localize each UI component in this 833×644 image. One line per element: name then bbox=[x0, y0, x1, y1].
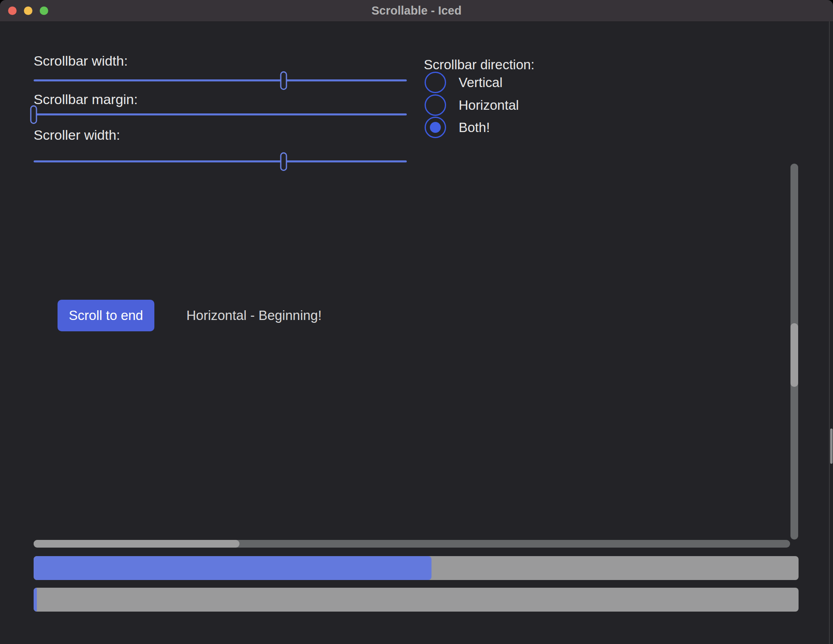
radio-circle-icon[interactable] bbox=[425, 72, 446, 93]
radio-circle-icon[interactable] bbox=[425, 117, 446, 138]
vertical-scrollbar[interactable] bbox=[790, 164, 798, 540]
scroll-to-end-button[interactable]: Scroll to end bbox=[58, 300, 154, 331]
window-edge-line bbox=[829, 21, 830, 644]
progress-fill bbox=[34, 556, 431, 580]
radio-option-both[interactable]: Both! bbox=[425, 117, 490, 138]
slider-handle[interactable] bbox=[30, 105, 37, 124]
slider-rail[interactable] bbox=[34, 113, 407, 115]
radio-selected-dot-icon bbox=[430, 122, 441, 133]
horizontal-scroller[interactable] bbox=[34, 540, 239, 548]
radio-option-label: Vertical bbox=[459, 75, 502, 90]
scrollbar-margin-slider[interactable] bbox=[34, 105, 407, 124]
horizontal-progress-bar bbox=[34, 556, 799, 580]
vertical-progress-bar bbox=[34, 588, 799, 612]
scrollbar-width-slider[interactable] bbox=[34, 71, 407, 90]
horizontal-scrollbar[interactable] bbox=[34, 540, 790, 548]
slider-rail[interactable] bbox=[34, 160, 407, 162]
app-window: Scrollable - Iced Scrollbar width: Scrol… bbox=[0, 0, 833, 644]
radio-circle-icon[interactable] bbox=[425, 94, 446, 116]
scroller-width-label: Scroller width: bbox=[34, 127, 120, 143]
slider-handle[interactable] bbox=[280, 71, 287, 90]
scroller-width-slider[interactable] bbox=[34, 152, 407, 171]
scrollbar-width-label: Scrollbar width: bbox=[34, 53, 128, 69]
scrollbar-margin-label: Scrollbar margin: bbox=[34, 91, 138, 107]
vertical-scroller[interactable] bbox=[790, 323, 798, 387]
window-title: Scrollable - Iced bbox=[0, 0, 833, 21]
scrollbar-direction-label: Scrollbar direction: bbox=[424, 57, 534, 73]
radio-option-label: Horizontal bbox=[459, 98, 519, 113]
slider-rail[interactable] bbox=[34, 79, 407, 81]
outer-scrollbar-thumb[interactable] bbox=[830, 429, 833, 464]
progress-fill bbox=[34, 588, 37, 612]
radio-option-label: Both! bbox=[459, 120, 490, 135]
slider-handle[interactable] bbox=[280, 152, 287, 171]
radio-option-horizontal[interactable]: Horizontal bbox=[425, 94, 519, 116]
radio-option-vertical[interactable]: Vertical bbox=[425, 72, 502, 93]
scroll-status-text: Horizontal - Beginning! bbox=[186, 300, 322, 331]
titlebar[interactable]: Scrollable - Iced bbox=[0, 0, 833, 22]
